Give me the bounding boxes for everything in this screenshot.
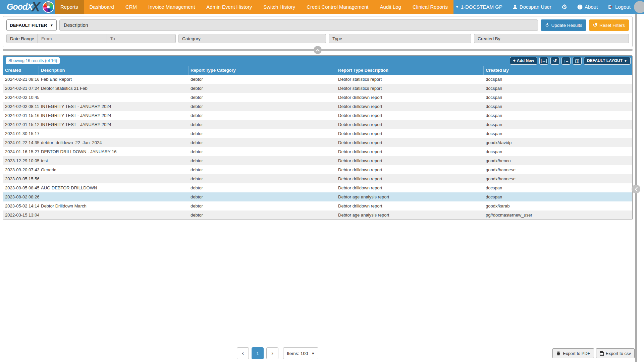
entity-label: 1-DOCSTEAM GP (461, 4, 502, 10)
page-1-button[interactable]: 1 (252, 347, 264, 359)
cell: goodx/karab (484, 203, 632, 208)
column-header-created[interactable]: Created (3, 66, 39, 75)
filter-resize-bar[interactable] (3, 49, 633, 51)
reset-filters-button[interactable]: ↺ Reset Filters (589, 19, 629, 31)
cell: docspan (484, 77, 632, 82)
filter-panel: DEFAULT FILTER ▼ Update Results ↺ Reset … (3, 16, 633, 47)
chevron-down-icon: ▼ (311, 352, 315, 355)
created-by-input[interactable] (474, 34, 629, 43)
cell: Debtor drilldown report (336, 176, 484, 181)
layout-select[interactable]: DEFAULT LAYOUT ▼ (584, 57, 631, 65)
nav-menu: ReportsDashboardCRMInvoice ManagementAdm… (55, 0, 453, 14)
table-row[interactable]: 2023-09-20 07:43:55GenericdebtorDebtor d… (3, 165, 632, 174)
chevron-down-icon: ▼ (624, 59, 627, 63)
add-new-button[interactable]: + Add New (510, 57, 537, 65)
column-header-report-type-category[interactable]: Report Type Category (189, 66, 336, 75)
description-input[interactable] (59, 19, 538, 31)
cell: goodx/hannese (484, 167, 632, 172)
cell: Debtor drilldown report (336, 140, 484, 145)
table-row[interactable]: 2024-02-21 08:16:29Feb End ReportdebtorD… (3, 75, 632, 84)
nav-item-dashboard[interactable]: Dashboard (84, 0, 120, 14)
goodx-logo[interactable]: GoodX X (0, 0, 55, 14)
table-row[interactable]: 2024-02-01 15:16:09INTEGRITY TEST - JANU… (3, 111, 632, 120)
about-button[interactable]: About (577, 4, 598, 10)
gear-icon: ⚙ (561, 4, 567, 10)
side-panel-toggle[interactable] (632, 185, 640, 193)
cell: Debtor drilldown report (336, 203, 484, 208)
filter-select[interactable]: DEFAULT FILTER ▼ (6, 19, 57, 31)
nav-item-reports[interactable]: Reports (55, 0, 84, 14)
user-menu[interactable]: Docspan User (513, 4, 551, 10)
cell: debtor (189, 176, 336, 181)
category-input[interactable] (178, 34, 326, 43)
nav-item-audit-log[interactable]: Audit Log (374, 0, 407, 14)
fit-width-button[interactable]: |↔| (539, 57, 548, 65)
table-row[interactable]: 2024-02-02 10:45:03debtorDebtor drilldow… (3, 93, 632, 102)
table-row[interactable]: 2023-08-02 08:26:27debtorDebtor age anal… (3, 192, 632, 201)
table-toolbar: Showing 16 results (of 16) + Add New |↔|… (3, 56, 632, 66)
date-from-input[interactable] (38, 34, 107, 43)
table-row[interactable]: 2024-02-01 15:12:22INTEGRITY TEST - JANU… (3, 120, 632, 129)
columns-button[interactable]: ◫ (573, 57, 582, 65)
next-page-button[interactable]: › (266, 347, 278, 359)
column-header-description[interactable]: Description (39, 66, 189, 75)
reload-button[interactable]: ↺ (550, 57, 559, 65)
cell: 2023-09-05 08:45:28 (3, 185, 39, 190)
table-row[interactable]: 2023-09-05 08:45:28AUG DEBTOR DRILLDOWNd… (3, 183, 632, 192)
cell: INTEGRITY TEST - JANUARY 2024 (39, 113, 189, 118)
cell: Debtor drilldown report (336, 167, 484, 172)
csv-file-icon (600, 351, 604, 356)
nav-item-invoice-management[interactable]: Invoice Management (143, 0, 201, 14)
cell: Debtor drilldown report (336, 104, 484, 109)
cell: goodx/hannese (484, 176, 632, 181)
date-to-input[interactable] (107, 34, 175, 43)
chevron-right-icon: › (271, 350, 273, 357)
table-row[interactable]: 2024-02-02 08:11:02INTEGRITY TEST - JANU… (3, 102, 632, 111)
prev-page-button[interactable]: ‹ (237, 347, 249, 359)
top-right-panel-handle[interactable] (634, 1, 644, 13)
nav-item-admin-event-history[interactable]: Admin Event History (201, 0, 258, 14)
export-csv-button[interactable]: Export to csv (596, 348, 635, 358)
cell: Feb End Report (39, 77, 189, 82)
reset-filters-label: Reset Filters (599, 23, 625, 28)
date-range-group: Date Range (6, 34, 176, 43)
cell: docspan (484, 95, 632, 100)
update-results-button[interactable]: Update Results (541, 19, 586, 31)
side-panel-divider[interactable] (635, 0, 637, 362)
items-per-page-select[interactable]: Items: 100 ▼ (283, 347, 318, 359)
columns-icon: ◫ (575, 58, 579, 63)
cell: 2023-09-20 07:43:55 (3, 167, 39, 172)
table-row[interactable]: 2023-12-29 10:05:45testdebtorDebtor dril… (3, 156, 632, 165)
export-pdf-button[interactable]: Export to PDF (552, 348, 594, 358)
entity-selector[interactable]: ▼ 1-DOCSTEAM GP (455, 4, 502, 10)
nav-item-crm[interactable]: CRM (120, 0, 143, 14)
cell: docspan (484, 86, 632, 91)
nav-item-credit-control-management[interactable]: Credit Control Management (301, 0, 374, 14)
sort-button[interactable]: ↓≡ (561, 57, 571, 65)
table-row[interactable]: 2023-09-05 15:56:35debtorDebtor drilldow… (3, 174, 632, 183)
table-row[interactable]: 2024-01-30 15:17:43debtorDebtor drilldow… (3, 129, 632, 138)
column-header-created-by[interactable]: Created By (484, 66, 632, 75)
cell: Debtor drilldown report (336, 131, 484, 136)
table-row[interactable]: 2024-01-22 14:35:34debtor_drilldown_22_J… (3, 138, 632, 147)
cell: debtor (189, 167, 336, 172)
nav-item-clinical-reports[interactable]: Clinical Reports (407, 0, 453, 14)
update-results-label: Update Results (551, 23, 582, 28)
results-table: Showing 16 results (of 16) + Add New |↔|… (3, 55, 633, 220)
printer-icon (556, 351, 561, 356)
cell: docspan (484, 185, 632, 190)
results-count-badge: Showing 16 results (of 16) (6, 57, 60, 64)
nav-item-switch-history[interactable]: Switch History (258, 0, 301, 14)
table-row[interactable]: 2022-03-15 13:04:37debtorDebtor age anal… (3, 210, 632, 220)
logout-button[interactable]: Logout (608, 4, 631, 10)
filter-collapse-handle[interactable] (314, 46, 322, 54)
table-row[interactable]: 2024-02-21 07:24:29Debtor Statistics 21 … (3, 84, 632, 93)
type-input[interactable] (329, 34, 471, 43)
cell: 2024-02-02 10:45:03 (3, 95, 39, 100)
table-row[interactable]: 2023-05-02 14:14:58Debtor Drilldown Marc… (3, 201, 632, 210)
table-row[interactable]: 2024-01-16 15:27:19DEBTOR DRILLDOWN - JA… (3, 147, 632, 156)
cell: Generic (39, 167, 189, 172)
column-header-report-type-description[interactable]: Report Type Description (336, 66, 484, 75)
settings-button[interactable]: ⚙ (561, 4, 567, 10)
undo-icon: ↺ (553, 58, 557, 63)
